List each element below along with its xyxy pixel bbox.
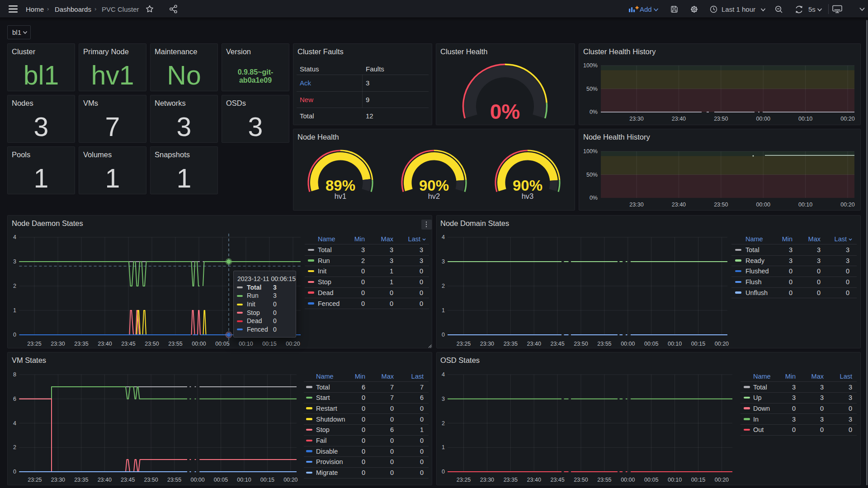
svg-text:0: 0: [13, 332, 16, 338]
svg-text:23:45: 23:45: [550, 341, 564, 347]
svg-text:4: 4: [13, 234, 16, 240]
svg-text:90%: 90%: [419, 177, 449, 194]
svg-text:3: 3: [442, 258, 445, 265]
svg-text:2: 2: [442, 283, 445, 289]
svg-text:23:50: 23:50: [714, 202, 728, 208]
svg-text:1: 1: [442, 307, 445, 314]
svg-text:23:50: 23:50: [574, 477, 588, 483]
svg-text:23:40: 23:40: [98, 341, 112, 347]
svg-text:4: 4: [442, 371, 445, 378]
svg-text:00:00: 00:00: [192, 341, 206, 347]
svg-text:100%: 100%: [583, 148, 598, 155]
svg-text:00:00: 00:00: [190, 477, 204, 483]
svg-text:23:35: 23:35: [504, 477, 518, 483]
svg-text:00:10: 00:10: [239, 341, 253, 347]
svg-text:00:20: 00:20: [283, 477, 297, 483]
svg-text:100%: 100%: [583, 62, 598, 69]
svg-text:00:10: 00:10: [798, 116, 812, 122]
svg-text:2: 2: [13, 444, 16, 450]
svg-text:23:45: 23:45: [121, 341, 135, 347]
svg-text:23:30: 23:30: [480, 477, 494, 483]
svg-text:00:20: 00:20: [715, 477, 729, 483]
svg-text:4: 4: [13, 420, 16, 427]
svg-text:00:15: 00:15: [691, 341, 705, 347]
svg-text:hv2: hv2: [428, 192, 440, 200]
svg-text:00:10: 00:10: [237, 477, 251, 483]
svg-text:00:00: 00:00: [621, 341, 635, 347]
svg-text:00:05: 00:05: [214, 477, 228, 483]
svg-text:00:15: 00:15: [260, 477, 274, 483]
svg-text:1: 1: [442, 444, 445, 450]
svg-text:00:20: 00:20: [840, 116, 854, 122]
svg-text:0: 0: [13, 469, 16, 475]
svg-text:23:30: 23:30: [51, 341, 65, 347]
svg-text:00:00: 00:00: [621, 477, 635, 483]
svg-text:23:30: 23:30: [480, 341, 494, 347]
svg-text:23:25: 23:25: [27, 341, 41, 347]
svg-text:23:50: 23:50: [714, 116, 728, 122]
svg-text:23:35: 23:35: [504, 341, 518, 347]
svg-text:00:00: 00:00: [756, 116, 770, 122]
svg-text:23:30: 23:30: [629, 116, 643, 122]
svg-text:23:25: 23:25: [28, 477, 42, 483]
svg-text:00:10: 00:10: [668, 477, 682, 483]
svg-text:23:40: 23:40: [672, 116, 686, 122]
svg-text:23:50: 23:50: [574, 341, 588, 347]
svg-text:23:40: 23:40: [672, 202, 686, 208]
svg-text:2: 2: [442, 420, 445, 427]
svg-text:0: 0: [442, 469, 445, 475]
svg-text:00:05: 00:05: [215, 341, 229, 347]
svg-text:1: 1: [13, 307, 16, 314]
svg-text:hv3: hv3: [522, 192, 534, 200]
svg-text:00:15: 00:15: [691, 477, 705, 483]
svg-text:2: 2: [13, 283, 16, 289]
svg-text:00:05: 00:05: [644, 341, 658, 347]
svg-text:50%: 50%: [586, 172, 598, 178]
svg-text:89%: 89%: [326, 177, 355, 194]
svg-text:8: 8: [13, 371, 16, 378]
svg-text:90%: 90%: [513, 177, 542, 194]
svg-text:23:40: 23:40: [98, 477, 112, 483]
svg-text:23:50: 23:50: [144, 477, 158, 483]
svg-text:23:50: 23:50: [145, 341, 159, 347]
svg-text:23:45: 23:45: [121, 477, 135, 483]
svg-text:0%: 0%: [590, 195, 598, 201]
svg-text:23:55: 23:55: [167, 477, 181, 483]
svg-text:0: 0: [442, 332, 445, 338]
svg-text:0%: 0%: [490, 100, 520, 123]
svg-text:4: 4: [442, 234, 445, 240]
svg-text:23:40: 23:40: [527, 341, 541, 347]
svg-text:50%: 50%: [586, 86, 598, 92]
svg-text:0%: 0%: [590, 109, 598, 115]
svg-text:23:35: 23:35: [74, 477, 88, 483]
svg-text:00:10: 00:10: [668, 341, 682, 347]
svg-text:00:05: 00:05: [644, 477, 658, 483]
svg-text:23:55: 23:55: [168, 341, 182, 347]
svg-text:23:30: 23:30: [629, 202, 643, 208]
svg-text:6: 6: [13, 396, 16, 402]
svg-text:23:35: 23:35: [74, 341, 88, 347]
svg-text:23:30: 23:30: [51, 477, 65, 483]
svg-text:3: 3: [442, 396, 445, 402]
svg-text:23:45: 23:45: [550, 477, 564, 483]
svg-text:23:55: 23:55: [597, 341, 611, 347]
svg-text:00:20: 00:20: [286, 341, 300, 347]
svg-text:23:40: 23:40: [527, 477, 541, 483]
svg-text:00:20: 00:20: [715, 341, 729, 347]
svg-text:23:25: 23:25: [457, 477, 471, 483]
svg-text:23:55: 23:55: [597, 477, 611, 483]
svg-text:00:20: 00:20: [840, 202, 854, 208]
svg-text:23:25: 23:25: [457, 341, 471, 347]
svg-text:00:15: 00:15: [262, 341, 276, 347]
svg-text:3: 3: [13, 258, 16, 265]
svg-text:00:00: 00:00: [756, 202, 770, 208]
svg-text:00:10: 00:10: [798, 202, 812, 208]
svg-text:hv1: hv1: [335, 192, 347, 200]
